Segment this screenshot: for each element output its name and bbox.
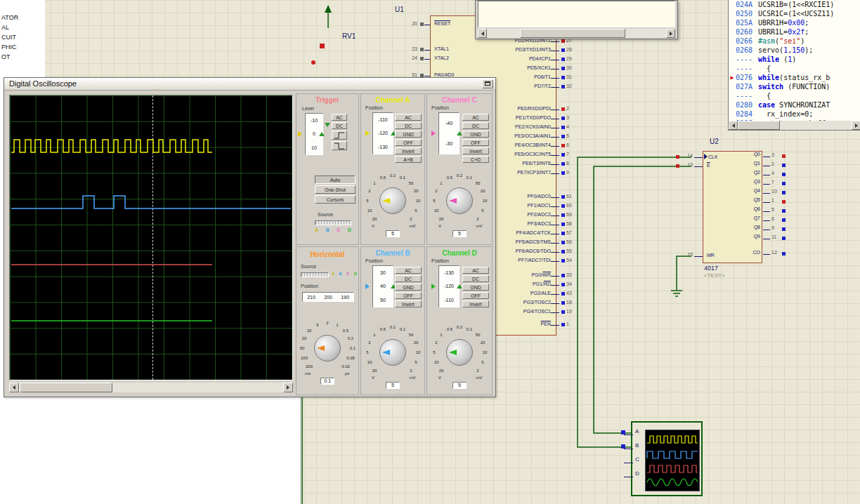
- component-ref-rv1[interactable]: RV1: [342, 32, 356, 40]
- trigger-dc-button[interactable]: DC: [332, 122, 347, 129]
- object-list-item[interactable]: PHIC: [0, 44, 45, 53]
- channel-coupling-button[interactable]: DC: [395, 122, 422, 129]
- channel-coupling-button[interactable]: AC: [462, 114, 489, 121]
- source-channel-letter[interactable]: B: [339, 272, 342, 276]
- scroll-right-icon[interactable]: [852, 121, 860, 130]
- channel-coupling-button[interactable]: GND: [395, 284, 422, 291]
- code-scrollbar[interactable]: [729, 121, 860, 130]
- trigger-mode-button[interactable]: Auto: [315, 175, 356, 184]
- oscilloscope-titlebar[interactable]: Digital Oscilloscope: [4, 78, 495, 91]
- channel-coupling-button[interactable]: GND: [395, 131, 422, 138]
- rising-edge-button[interactable]: [332, 131, 347, 140]
- channel-coupling-button[interactable]: Invert: [395, 147, 422, 154]
- channel-coupling-button[interactable]: OFF: [395, 139, 422, 146]
- object-list-item[interactable]: ATOR: [0, 14, 45, 24]
- channel-coupling-button[interactable]: DC: [462, 275, 489, 282]
- channel-coupling-button[interactable]: DC: [395, 275, 422, 282]
- pin-state-square: [561, 126, 565, 129]
- horizontal-position-slider[interactable]: 210200190: [302, 292, 354, 302]
- pin-row: Q6 5: [703, 206, 797, 215]
- gain-knob[interactable]: [446, 187, 473, 214]
- object-list-item[interactable]: CUIT: [0, 34, 45, 44]
- object-list-item[interactable]: AL: [0, 24, 45, 34]
- gain-knob[interactable]: [379, 187, 406, 214]
- channel-coupling-button[interactable]: AC: [462, 267, 489, 274]
- channel-coupling-button[interactable]: OFF: [462, 139, 489, 146]
- scope-display[interactable]: [9, 95, 293, 380]
- channel-coupling-button[interactable]: C+D: [462, 156, 489, 163]
- source-channel-letter[interactable]: D: [354, 272, 357, 276]
- source-channel-letter[interactable]: A: [332, 272, 334, 276]
- component-ref-u1: U1: [395, 6, 404, 13]
- code-address: 0260: [736, 27, 758, 37]
- object-list-item[interactable]: OT: [0, 53, 45, 63]
- source-channel-letter[interactable]: A: [315, 227, 318, 232]
- scroll-thumb[interactable]: [738, 121, 780, 130]
- horizontal-knob[interactable]: 2001005020105210.50.20.10.050.02 ms µs 0…: [298, 320, 357, 386]
- code-line: ---- {: [729, 64, 860, 73]
- knob-scale-label: 10: [434, 208, 439, 213]
- pin-state-square: [561, 48, 565, 52]
- trigger-ac-button[interactable]: AC: [332, 114, 347, 121]
- oscilloscope-component[interactable]: ABCD: [631, 421, 703, 496]
- horizontal-source-slider[interactable]: [301, 272, 329, 277]
- scroll-left-icon[interactable]: [729, 121, 738, 130]
- source-channel-letter[interactable]: C: [346, 272, 349, 276]
- channel-b-knob[interactable]: 20105210.50.20.150201052 V mV 5: [363, 324, 422, 390]
- code-line: 0268servo(1,150);: [729, 46, 860, 55]
- knob-scale-label: 20: [481, 340, 486, 345]
- scroll-left-icon[interactable]: [9, 383, 19, 392]
- display-scrollbar[interactable]: [9, 383, 293, 392]
- source-code-window[interactable]: 024AUCSR1B=(1<<RXCIE1)0250UCSR1C=(1<<UCS…: [728, 0, 860, 131]
- timebase-knob[interactable]: [314, 335, 341, 362]
- channel-coupling-button[interactable]: Invert: [395, 300, 422, 307]
- scroll-thumb[interactable]: [520, 29, 625, 38]
- code-lines[interactable]: 024AUCSR1B=(1<<RXCIE1)0250UCSR1C=(1<<UCS…: [729, 0, 860, 128]
- scroll-right-icon[interactable]: [283, 383, 293, 392]
- channel-coupling-button[interactable]: AC: [395, 114, 422, 121]
- source-channel-letter[interactable]: B: [326, 227, 330, 232]
- left-object-panel: ATORALCUITPHICOT: [0, 0, 45, 77]
- falling-edge-button[interactable]: [332, 141, 347, 150]
- trigger-mode-button[interactable]: Cursors: [315, 195, 356, 204]
- wire-mr-to-ground: [677, 256, 691, 290]
- channel-coupling-button[interactable]: Invert: [462, 147, 489, 154]
- wire-en-to-a: [594, 166, 691, 433]
- knob-scale-label: 20: [414, 189, 419, 193]
- close-button[interactable]: [482, 79, 493, 88]
- gain-knob[interactable]: [379, 339, 406, 366]
- position-marker-icon: [365, 131, 370, 136]
- channel-a-knob[interactable]: 20105210.50.20.150201052 V mV 5: [363, 173, 422, 239]
- channel-coupling-button[interactable]: OFF: [395, 292, 422, 299]
- code-text: rx_index=0;: [758, 110, 813, 119]
- knob-scale-label: 20: [414, 340, 419, 345]
- source-channel-letter[interactable]: C: [337, 227, 340, 232]
- knob-scale-label: 5: [481, 360, 483, 364]
- scroll-right-icon[interactable]: [666, 29, 675, 38]
- channel-c-knob[interactable]: 20105210.50.20.150201052 V mV 5: [430, 173, 489, 239]
- channel-coupling-button[interactable]: AC: [395, 267, 422, 274]
- scroll-thumb[interactable]: [20, 383, 112, 392]
- knob-pointer-icon: [449, 198, 457, 204]
- channel-coupling-button[interactable]: GND: [462, 284, 489, 291]
- channel-d-knob[interactable]: 20105210.50.20.150201052 V mV 5: [430, 324, 489, 390]
- chip-u2[interactable]: U2 4017 <TEXT> 14 CLK 13 E 15 MR Q0: [703, 151, 762, 263]
- partial-window-scrollbar[interactable]: [478, 29, 675, 38]
- pin-state-square: [782, 209, 786, 213]
- scroll-left-icon[interactable]: [478, 29, 487, 38]
- channel-coupling-button[interactable]: Invert: [462, 300, 489, 307]
- pin-state-square: [561, 283, 565, 286]
- trigger-mode-button[interactable]: One-Shot: [315, 185, 356, 194]
- pin-state-square: [561, 153, 565, 157]
- knob-scale-label: 10: [416, 350, 421, 354]
- channel-coupling-button[interactable]: A+B: [395, 156, 422, 163]
- channel-coupling-button[interactable]: GND: [462, 131, 489, 138]
- channel-coupling-button[interactable]: DC: [462, 122, 489, 129]
- channel-coupling-button[interactable]: OFF: [462, 292, 489, 299]
- source-channel-letter[interactable]: D: [348, 227, 351, 232]
- gain-knob[interactable]: [446, 339, 473, 366]
- trigger-level-slider[interactable]: -10010: [297, 113, 329, 157]
- pin-stub: [551, 69, 559, 69]
- mini-trace-a: [647, 436, 698, 443]
- trigger-source-slider[interactable]: [315, 220, 351, 225]
